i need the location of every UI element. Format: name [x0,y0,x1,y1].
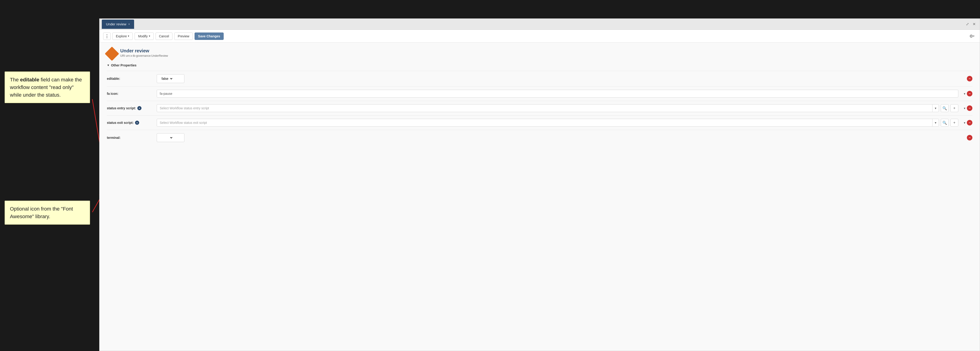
status-entry-script-label: status entry script: + [107,106,153,110]
status-entry-script-select[interactable]: Select Workflow status entry script ▾ [157,104,939,112]
terminal-row-end: − [967,135,972,140]
expand-icon[interactable]: ⤢ [964,21,971,27]
annotation-fa-icon-text: Optional icon from the "Font Awesome" li… [10,206,73,219]
other-properties-header[interactable]: ▼ Other Properties [107,64,972,67]
window-controls: ⤢ ✕ [964,21,977,27]
preview-label: Preview [178,34,189,38]
editable-label: editable: [107,77,153,81]
fa-icon-label: fa icon: [107,92,153,95]
more-options-button[interactable]: ⋮ [103,33,111,40]
editable-row-end: − [967,76,972,81]
status-entry-expand-icon[interactable]: ▾ [964,106,966,110]
annotation-editable: The editable field can make the workflow… [5,71,90,103]
status-exit-script-remove-button[interactable]: − [967,120,972,125]
tab-close-icon[interactable]: × [128,22,130,26]
status-exit-script-add-button[interactable]: + [950,119,958,127]
status-entry-script-chevron-icon[interactable]: ▾ [932,105,939,112]
modify-label: Modify [138,34,148,38]
terminal-field-row: terminal: true false − [107,130,972,145]
title-section: Under review URI urn:x-tb-governance:Und… [107,48,972,59]
editable-remove-button[interactable]: − [967,76,972,81]
status-entry-script-row: status entry script: + Select Workflow s… [107,101,972,115]
explore-button[interactable]: Explore ▾ [112,33,133,40]
status-exit-script-chevron-icon[interactable]: ▾ [932,119,939,126]
search-icon: 🔍 [942,106,947,110]
status-entry-info-icon[interactable]: + [137,106,142,110]
fa-icon-field-row: fa icon: ▾ − [107,86,972,101]
status-exit-info-icon[interactable]: + [135,121,139,125]
fa-icon-input[interactable] [157,90,958,98]
status-entry-script-add-button[interactable]: + [950,104,958,112]
save-label: Save Changes [198,34,220,38]
fa-icon-control [157,90,958,98]
status-entry-script-search-button[interactable]: 🔍 [941,104,948,112]
cancel-label: Cancel [159,34,169,38]
close-window-icon[interactable]: ✕ [971,21,977,27]
editable-control: false true [157,74,961,83]
fa-icon-remove-button[interactable]: − [967,91,972,96]
terminal-control: true false [157,133,961,142]
explore-label: Explore [116,34,127,38]
cancel-button[interactable]: Cancel [156,33,173,40]
modify-button[interactable]: Modify ▾ [135,33,153,40]
status-exit-script-placeholder: Select Workflow status exit script [157,119,932,126]
status-exit-script-control: Select Workflow status exit script ▾ 🔍 + [157,119,958,127]
search-icon: 🔍 [942,121,947,125]
explore-chevron-icon: ▾ [128,35,129,38]
tab-under-review[interactable]: Under review × [102,20,134,29]
status-uri: URI urn:x-tb-governance:UnderReview [120,54,168,57]
fa-icon-expand-icon[interactable]: ▾ [964,92,966,95]
fa-icon-row-end: ▾ − [964,91,972,96]
add-icon: + [953,106,955,110]
toolbar: ⋮ Explore ▾ Modify ▾ Cancel Preview Save… [99,30,980,43]
annotation-fa-icon: Optional icon from the "Font Awesome" li… [5,201,90,225]
gear-button[interactable]: ⚙ ▾ [968,32,976,40]
content-area: Under review URI urn:x-tb-governance:Und… [99,43,980,351]
status-entry-script-remove-button[interactable]: − [967,105,972,111]
terminal-select-input[interactable]: true false [160,135,173,140]
status-diamond-icon [105,47,119,61]
title-text-block: Under review URI urn:x-tb-governance:Und… [120,48,168,57]
status-exit-script-select[interactable]: Select Workflow status exit script ▾ [157,119,939,127]
status-exit-script-row-end: ▾ − [964,120,972,125]
terminal-label: terminal: [107,136,153,140]
gear-chevron-icon: ▾ [973,35,974,38]
tab-list: Under review × [102,20,134,29]
status-exit-script-label: status exit script: + [107,121,153,125]
tab-bar: Under review × ⤢ ✕ [99,19,980,30]
save-changes-button[interactable]: Save Changes [194,33,224,40]
editable-select-input[interactable]: false true [160,76,173,81]
status-entry-script-control: Select Workflow status entry script ▾ 🔍 … [157,104,958,112]
tab-label: Under review [106,22,126,26]
editable-field-row: editable: false true − [107,71,972,86]
gear-icon: ⚙ [969,34,973,39]
status-exit-expand-icon[interactable]: ▾ [964,121,966,124]
section-arrow-icon: ▼ [107,64,110,67]
status-entry-script-row-end: ▾ − [964,105,972,111]
modify-chevron-icon: ▾ [149,35,150,38]
terminal-remove-button[interactable]: − [967,135,972,140]
main-panel: Under review × ⤢ ✕ ⋮ Explore ▾ Modify ▾ … [99,19,980,351]
editable-select[interactable]: false true [157,74,185,83]
annotation-editable-text: The editable field can make the workflow… [10,77,82,98]
status-exit-script-row: status exit script: + Select Workflow st… [107,115,972,130]
status-entry-script-placeholder: Select Workflow status entry script [157,105,932,112]
status-title: Under review [120,48,168,54]
terminal-select[interactable]: true false [157,133,185,142]
section-label: Other Properties [111,64,137,67]
preview-button[interactable]: Preview [174,33,193,40]
add-icon: + [953,121,955,125]
status-exit-script-search-button[interactable]: 🔍 [941,119,948,127]
